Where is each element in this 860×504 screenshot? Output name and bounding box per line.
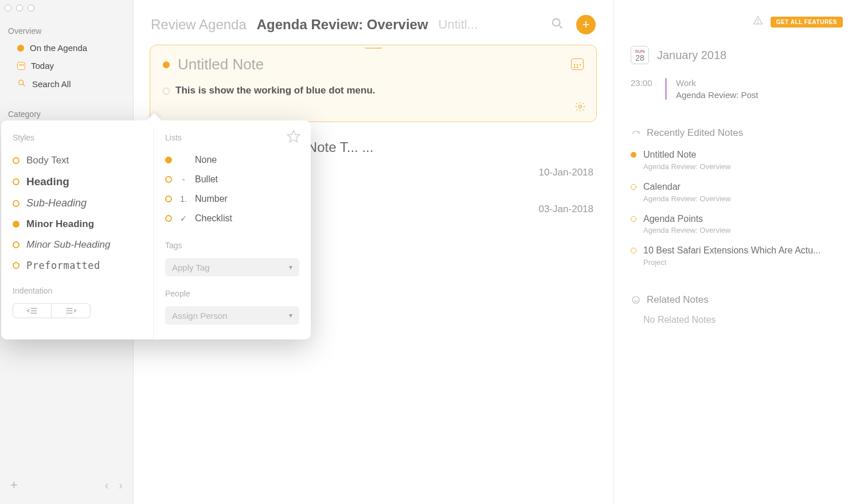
radio-icon [165, 196, 172, 202]
sidebar-item-search-all[interactable]: Search All [0, 75, 133, 93]
style-option-heading[interactable]: Heading [13, 171, 142, 193]
get-features-button[interactable]: GET ALL FEATURES [771, 17, 843, 28]
outdent-button[interactable] [13, 303, 52, 318]
people-header: People [165, 289, 299, 298]
svg-line-1 [23, 84, 25, 86]
list-option-checklist[interactable]: ✓Checklist [165, 209, 299, 228]
list-label: Bullet [195, 174, 218, 185]
radio-icon [165, 176, 172, 183]
style-option-body-text[interactable]: Body Text [13, 150, 142, 171]
radio-icon [13, 262, 19, 269]
svg-point-0 [19, 80, 24, 85]
tags-header: Tags [165, 241, 299, 250]
note-title[interactable]: Untitled Note [178, 56, 264, 73]
sidebar-item-label: Search All [32, 79, 71, 89]
recent-note-project: Project [643, 258, 820, 267]
event-title: Agenda Review: Post [676, 90, 758, 100]
chevron-down-icon: ▾ [289, 263, 292, 271]
apply-tag-dropdown[interactable]: Apply Tag ▾ [165, 258, 299, 276]
recent-note-project: Agenda Review: Overview [643, 162, 730, 171]
right-panel: GET ALL FEATURES SUN 28 January 2018 23:… [613, 0, 860, 504]
recent-note-project: Agenda Review: Overview [643, 194, 730, 203]
calendar-event[interactable]: 23:00 Work Agenda Review: Post [631, 78, 843, 100]
style-label: Minor Sub-Heading [26, 239, 110, 251]
sidebar-section-category: Category [0, 105, 133, 122]
style-option-sub-heading[interactable]: Sub-Heading [13, 193, 142, 214]
search-button[interactable] [551, 17, 564, 32]
calendar-icon [17, 62, 25, 70]
sidebar-item-on-the-agenda[interactable]: On the Agenda [0, 39, 133, 57]
style-label: Preformatted [26, 260, 100, 271]
list-label: Checklist [195, 213, 232, 224]
style-label: Body Text [26, 155, 69, 166]
list-label: Number [195, 194, 228, 204]
favorite-icon[interactable] [286, 128, 302, 147]
radio-icon [165, 157, 172, 163]
radio-icon [13, 178, 19, 185]
breadcrumb-project[interactable]: Agenda Review: Overview [257, 17, 428, 33]
window-controls[interactable] [5, 5, 34, 11]
indent-button[interactable] [52, 303, 91, 318]
list-label: None [195, 155, 217, 165]
dot-icon [631, 216, 636, 222]
calendar-date[interactable]: January 2018 [657, 49, 726, 62]
radio-icon [13, 157, 19, 164]
list-option-number[interactable]: 1.Number [165, 189, 299, 209]
chevron-down-icon: ▾ [289, 311, 292, 319]
add-category-button[interactable]: + [10, 478, 18, 493]
sync-warning-icon[interactable] [752, 15, 764, 29]
style-label: Heading [26, 175, 69, 188]
svg-point-2 [553, 19, 560, 26]
style-label: Minor Heading [26, 218, 94, 230]
breadcrumb-note[interactable]: Untitl... [439, 17, 478, 32]
sidebar-item-label: On the Agenda [30, 43, 87, 53]
recent-note-project: Agenda Review: Overview [643, 226, 730, 235]
dot-icon [17, 45, 24, 52]
event-color-bar [665, 78, 667, 100]
recent-note-item[interactable]: CalendarAgenda Review: Overview [631, 181, 843, 203]
list-glyph-icon: 1. [179, 194, 188, 204]
event-time: 23:00 [631, 78, 656, 100]
assign-person-dropdown[interactable]: Assign Person ▾ [165, 306, 299, 325]
nav-back-button[interactable]: ‹ [105, 479, 109, 492]
radio-icon [13, 241, 19, 248]
indentation-header: Indentation [13, 286, 142, 295]
sidebar-item-label: Today [31, 61, 54, 71]
recent-note-title: 10 Best Safari Extensions Which Are Actu… [643, 245, 820, 257]
breadcrumb-category[interactable]: Review Agenda [151, 17, 247, 33]
calendar-icon[interactable]: SUN 28 [631, 46, 649, 64]
list-option-none[interactable]: None [165, 150, 299, 170]
recent-note-item[interactable]: Agenda PointsAgenda Review: Overview [631, 213, 843, 235]
style-option-minor-sub-heading[interactable]: Minor Sub-Heading [13, 235, 142, 255]
svg-point-4 [579, 106, 582, 108]
dot-icon [631, 152, 636, 158]
drag-handle-icon[interactable] [365, 45, 382, 49]
related-notes-empty: No Related Notes [631, 315, 843, 325]
close-icon[interactable] [5, 5, 11, 11]
nav-forward-button[interactable]: › [119, 479, 123, 492]
zoom-icon[interactable] [28, 5, 34, 11]
gear-icon[interactable] [574, 101, 586, 115]
recent-note-item[interactable]: Untitled NoteAgenda Review: Overview [631, 149, 843, 171]
list-glyph-icon: - [179, 175, 188, 184]
agenda-dot-icon[interactable] [163, 61, 170, 68]
breadcrumb: Review Agenda Agenda Review: Overview Un… [134, 15, 613, 45]
recent-note-title: Calendar [643, 181, 730, 193]
note-card[interactable]: Untitled Note This is show the working o… [150, 45, 597, 122]
paragraph-marker-icon[interactable] [163, 88, 170, 95]
style-option-minor-heading[interactable]: Minor Heading [13, 214, 142, 235]
radio-icon [13, 221, 19, 228]
style-option-preformatted[interactable]: Preformatted [13, 255, 142, 276]
note-body[interactable]: This is show the working of blue dot men… [175, 85, 376, 96]
add-note-button[interactable]: + [576, 15, 596, 34]
list-option-bullet[interactable]: -Bullet [165, 170, 299, 189]
minimize-icon[interactable] [16, 5, 23, 11]
calendar-icon[interactable] [571, 58, 584, 71]
format-popover: Styles Body TextHeadingSub-HeadingMinor … [1, 120, 311, 339]
style-label: Sub-Heading [26, 197, 87, 209]
recent-note-item[interactable]: 10 Best Safari Extensions Which Are Actu… [631, 245, 843, 267]
styles-header: Styles [13, 133, 142, 142]
search-icon [17, 79, 26, 89]
sidebar-item-today[interactable]: Today [0, 57, 133, 75]
svg-line-3 [560, 26, 562, 29]
